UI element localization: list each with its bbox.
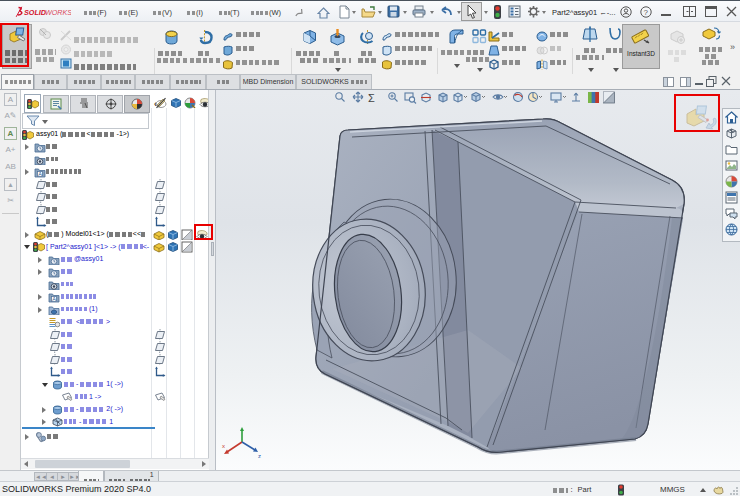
- svg-text:Σ: Σ: [368, 92, 375, 104]
- svg-text:z: z: [258, 453, 261, 459]
- svg-text:x: x: [222, 443, 225, 449]
- svg-text:?: ?: [644, 8, 649, 17]
- svg-text:SOLID: SOLID: [24, 8, 46, 17]
- svg-text:WORKS: WORKS: [45, 8, 71, 17]
